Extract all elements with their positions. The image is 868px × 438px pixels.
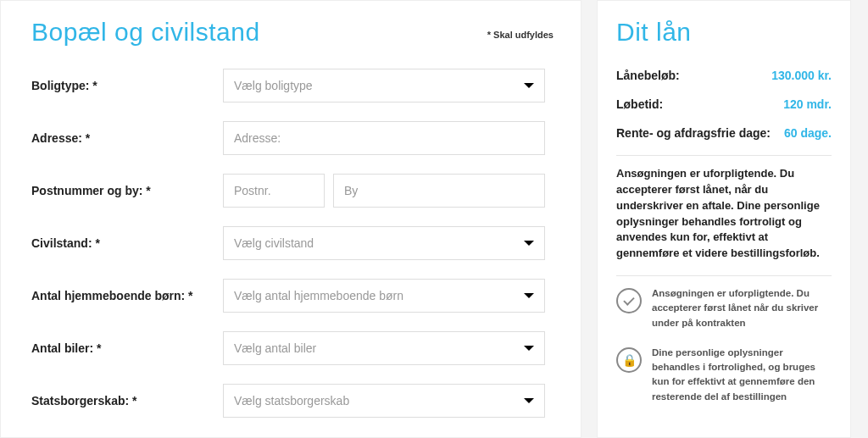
housing-label: Boligtype: * xyxy=(31,79,223,92)
loan-amount-row: Lånebeløb: 130.000 kr. xyxy=(616,69,832,82)
required-note: * Skal udfyldes xyxy=(487,30,554,40)
chevron-down-icon xyxy=(524,293,534,298)
marital-label: Civilstand: * xyxy=(31,236,223,250)
city-placeholder: By xyxy=(344,184,358,197)
chevron-down-icon xyxy=(524,346,534,351)
loan-amount-label: Lånebeløb: xyxy=(616,69,680,82)
chevron-down-icon xyxy=(524,83,534,88)
marital-select[interactable]: Vælg civilstand xyxy=(223,226,545,260)
disclaimer-text: Ansøgningen er uforpligtende. Du accepte… xyxy=(616,166,832,262)
citizen-select[interactable]: Vælg statsborgerskab xyxy=(223,384,545,418)
housing-select[interactable]: Vælg boligtype xyxy=(223,69,545,103)
info-text-b: Dine personlige oplysninger behandles i … xyxy=(652,346,832,404)
loan-gracedays-row: Rente- og afdragsfrie dage: 60 dage. xyxy=(616,126,832,140)
postal-input[interactable]: Postnr. xyxy=(223,174,325,208)
loan-duration-value: 120 mdr. xyxy=(783,97,832,111)
loan-gracedays-value: 60 dage. xyxy=(784,126,832,140)
housing-select-value: Vælg boligtype xyxy=(234,79,313,92)
address-placeholder: Adresse: xyxy=(234,131,281,145)
chevron-down-icon xyxy=(524,398,534,403)
children-label: Antal hjemmeboende børn: * xyxy=(31,289,223,302)
children-select[interactable]: Vælg antal hjemmeboende børn xyxy=(223,279,545,313)
citizen-select-value: Vælg statsborgerskab xyxy=(234,394,349,408)
cars-select-value: Vælg antal biler xyxy=(234,341,316,355)
loan-amount-value: 130.000 kr. xyxy=(771,69,832,82)
citizen-label: Statsborgerskab: * xyxy=(31,394,223,408)
info-text-a: Ansøgningen er uforpligtende. Du accepte… xyxy=(652,286,832,330)
divider xyxy=(616,155,832,156)
cars-select[interactable]: Vælg antal biler xyxy=(223,331,545,365)
lock-icon: 🔒 xyxy=(616,347,642,373)
loan-duration-label: Løbetid: xyxy=(616,97,663,111)
children-select-value: Vælg antal hjemmeboende børn xyxy=(234,289,403,302)
postal-placeholder: Postnr. xyxy=(234,184,271,197)
loan-gracedays-label: Rente- og afdragsfrie dage: xyxy=(616,126,771,140)
info-item-nonbinding: Ansøgningen er uforpligtende. Du accepte… xyxy=(616,286,832,330)
loan-duration-row: Løbetid: 120 mdr. xyxy=(616,97,832,111)
check-icon xyxy=(616,288,642,313)
page-title: Bopæl og civilstand xyxy=(31,18,260,47)
summary-title: Dit lån xyxy=(616,18,832,47)
info-item-privacy: 🔒 Dine personlige oplysninger behandles … xyxy=(616,346,832,404)
address-input[interactable]: Adresse: xyxy=(223,121,545,155)
chevron-down-icon xyxy=(524,241,534,246)
address-label: Adresse: * xyxy=(31,131,223,145)
city-input[interactable]: By xyxy=(333,174,545,208)
form-panel: Bopæl og civilstand * Skal udfyldes Boli… xyxy=(0,0,581,438)
cars-label: Antal biler: * xyxy=(31,341,223,355)
loan-summary-panel: Dit lån Lånebeløb: 130.000 kr. Løbetid: … xyxy=(597,0,851,438)
postal-label: Postnummer og by: * xyxy=(31,184,223,197)
divider xyxy=(616,275,832,276)
marital-select-value: Vælg civilstand xyxy=(234,236,314,250)
